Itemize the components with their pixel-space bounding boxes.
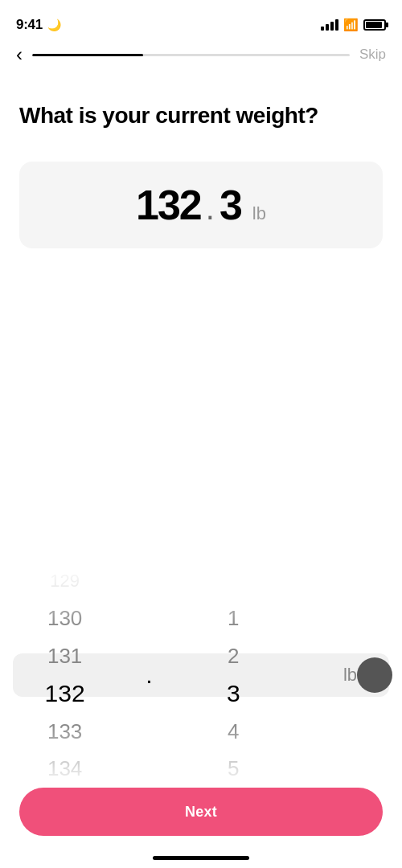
- wifi-icon: 📶: [343, 18, 359, 32]
- status-bar: 9:41 🌙 📶: [0, 0, 402, 40]
- status-icons: 📶: [321, 18, 386, 32]
- picker-int-item: 133: [0, 713, 129, 751]
- weight-integer: 132: [136, 181, 201, 229]
- picker-dec-item: 1: [169, 600, 298, 638]
- picker-decimal-col[interactable]: 1 2 3 4 5: [169, 563, 298, 788]
- signal-icon: [321, 19, 338, 31]
- picker-section[interactable]: 129 130 131 132 133 134 . 1 2 3 4 5 lb: [0, 563, 402, 788]
- progress-fill: [32, 54, 143, 56]
- picker-dec-item: 2: [169, 637, 298, 675]
- weight-dot: .: [206, 190, 215, 227]
- moon-icon: 🌙: [47, 18, 61, 31]
- picker-dot: .: [146, 661, 152, 689]
- picker-int-item: 131: [0, 637, 129, 675]
- nav-bar: ‹ Skip: [0, 40, 402, 69]
- picker-drag-handle[interactable]: [357, 657, 392, 693]
- back-button[interactable]: ‹: [16, 43, 23, 66]
- weight-display: 132 . 3 lb: [19, 162, 383, 248]
- next-button-label: Next: [185, 804, 217, 821]
- weight-decimal: 3: [219, 181, 243, 229]
- skip-button[interactable]: Skip: [359, 47, 386, 63]
- picker-columns: 129 130 131 132 133 134 . 1 2 3 4 5 lb: [0, 563, 402, 788]
- picker-dec-item: [169, 563, 298, 600]
- battery-icon: [363, 19, 386, 31]
- picker-int-item: 130: [0, 600, 129, 638]
- picker-unit-label: lb: [343, 665, 357, 686]
- picker-dec-selected: 3: [169, 675, 298, 713]
- picker-int-item: 134: [0, 750, 129, 788]
- weight-unit: lb: [252, 203, 266, 224]
- next-button-container: Next: [19, 788, 383, 836]
- progress-bar: [32, 54, 350, 56]
- picker-unit-col[interactable]: lb: [298, 563, 402, 788]
- next-button[interactable]: Next: [19, 788, 383, 836]
- picker-dec-item: 5: [169, 750, 298, 788]
- battery-fill: [366, 22, 382, 28]
- home-indicator: [153, 856, 249, 860]
- weight-display-container: 132 . 3 lb: [0, 129, 402, 248]
- time-label: 9:41: [16, 17, 43, 32]
- question-section: What is your current weight?: [0, 69, 402, 129]
- picker-dec-item: 4: [169, 713, 298, 751]
- picker-dot-col: .: [129, 563, 168, 788]
- picker-integer-col[interactable]: 129 130 131 132 133 134: [0, 563, 129, 788]
- status-time: 9:41 🌙: [16, 17, 61, 33]
- question-title: What is your current weight?: [19, 101, 383, 129]
- picker-int-item: 129: [0, 563, 129, 600]
- picker-int-selected: 132: [0, 675, 129, 713]
